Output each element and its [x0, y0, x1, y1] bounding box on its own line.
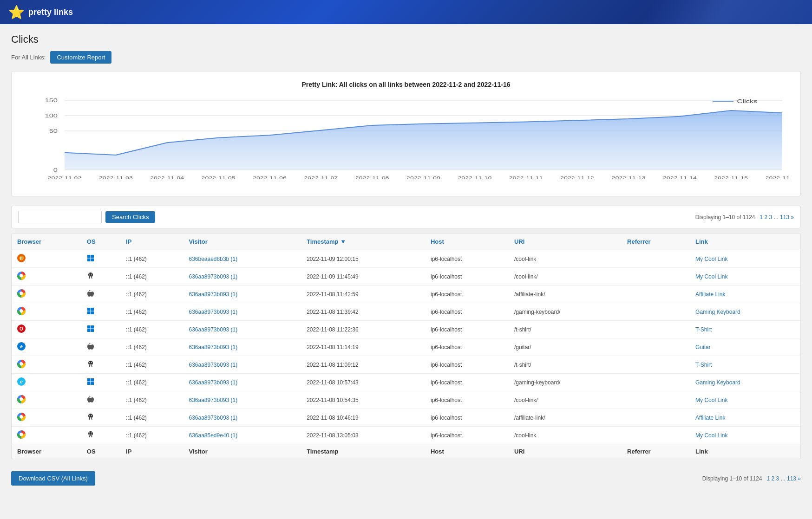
cell-visitor-6[interactable]: 636aa8973b093 (1) [183, 356, 301, 374]
svg-text:O: O [20, 326, 23, 331]
cell-os-5 [81, 338, 120, 356]
cell-os-9 [81, 409, 120, 427]
cell-link-3[interactable]: Gaming Keyboard [690, 303, 800, 321]
cell-link-9[interactable]: Affiliate Link [690, 409, 800, 427]
cell-uri-0: /cool-link [509, 250, 622, 268]
cell-ip-1: ::1 (462) [120, 268, 183, 285]
svg-text:2022-11-04: 2022-11-04 [150, 175, 184, 180]
svg-rect-31 [91, 259, 94, 262]
svg-rect-46 [91, 311, 94, 315]
page-link-2-bottom[interactable]: 2 [772, 475, 775, 482]
page-ellipsis-bottom: ... [781, 475, 787, 482]
svg-rect-44 [91, 308, 94, 311]
cell-timestamp-3: 2022-11-08 11:39:42 [301, 303, 425, 321]
table-row: ::1 (462) 636aa85ed9e40 (1) 2022-11-08 1… [12, 427, 800, 444]
th-timestamp[interactable]: Timestamp ▼ [301, 234, 425, 250]
cell-uri-9: /affiliate-link/ [509, 409, 622, 427]
th-browser[interactable]: Browser [12, 234, 81, 250]
customize-report-button[interactable]: Customize Report [50, 51, 111, 64]
search-input[interactable] [18, 211, 102, 223]
chart-title: Pretty Link: All clicks on all links bet… [23, 81, 789, 88]
chart-svg: 150 100 50 0 [23, 96, 789, 188]
th-visitor[interactable]: Visitor [183, 234, 301, 250]
cell-link-5[interactable]: Guitar [690, 338, 800, 356]
table-row: ff ::1 (462) 636beaaed8b3b (1) 2022-11-0… [12, 250, 800, 268]
table-row: O ::1 (462) 636aa8973b093 (1) 2022-11-08… [12, 321, 800, 338]
search-clicks-button[interactable]: Search Clicks [105, 211, 155, 223]
svg-text:2022-11-03: 2022-11-03 [99, 175, 133, 180]
cell-link-1[interactable]: My Cool Link [690, 268, 800, 285]
cell-visitor-1[interactable]: 636aa8973b093 (1) [183, 268, 301, 285]
page-link-1-top[interactable]: 1 [760, 214, 763, 221]
header: ⭐ pretty links [0, 0, 812, 24]
cell-ip-10: ::1 (462) [120, 427, 183, 444]
cell-link-2[interactable]: Affiliate Link [690, 285, 800, 303]
cell-visitor-7[interactable]: 636aa8973b093 (1) [183, 374, 301, 391]
svg-text:100: 100 [45, 113, 58, 119]
cell-visitor-0[interactable]: 636beaaed8b3b (1) [183, 250, 301, 268]
tf-referrer: Referrer [622, 444, 690, 459]
svg-rect-64 [87, 378, 91, 382]
tf-host: Host [425, 444, 509, 459]
cell-link-0[interactable]: My Cool Link [690, 250, 800, 268]
page-link-1-bottom[interactable]: 1 [767, 475, 770, 482]
svg-text:e: e [20, 344, 23, 349]
cell-referrer-6 [622, 356, 690, 374]
cell-visitor-9[interactable]: 636aa8973b093 (1) [183, 409, 301, 427]
svg-text:2022-11-16: 2022-11-16 [766, 175, 789, 180]
cell-os-0 [81, 250, 120, 268]
th-uri[interactable]: URI [509, 234, 622, 250]
logo[interactable]: ⭐ pretty links [8, 5, 73, 20]
cell-uri-2: /affiliate-link/ [509, 285, 622, 303]
th-ip[interactable]: IP [120, 234, 183, 250]
cell-os-4 [81, 321, 120, 338]
svg-point-80 [89, 433, 90, 434]
cell-uri-7: /gaming-keyboard/ [509, 374, 622, 391]
th-referrer[interactable]: Referrer [622, 234, 690, 250]
for-all-links-label: For All Links: [11, 54, 46, 61]
displaying-info-bottom: Displaying 1–10 of 1124 1 2 3 ... 113 » [702, 475, 801, 482]
page-link-3-top[interactable]: 3 [769, 214, 773, 221]
cell-visitor-2[interactable]: 636aa8973b093 (1) [183, 285, 301, 303]
cell-timestamp-8: 2022-11-08 10:54:35 [301, 391, 425, 409]
cell-browser-1 [12, 268, 81, 285]
cell-link-6[interactable]: T-Shirt [690, 356, 800, 374]
search-left: Search Clicks [18, 211, 155, 223]
svg-line-75 [89, 418, 90, 420]
tf-os: OS [81, 444, 120, 459]
th-host[interactable]: Host [425, 234, 509, 250]
cell-uri-1: /cool-link/ [509, 268, 622, 285]
svg-line-61 [92, 365, 92, 367]
cell-os-3 [81, 303, 120, 321]
page-link-113-bottom[interactable]: 113 » [787, 475, 801, 482]
cell-visitor-3[interactable]: 636aa8973b093 (1) [183, 303, 301, 321]
cell-uri-5: /guitar/ [509, 338, 622, 356]
cell-link-10[interactable]: My Cool Link [690, 427, 800, 444]
cell-visitor-4[interactable]: 636aa8973b093 (1) [183, 321, 301, 338]
page-link-3-bottom[interactable]: 3 [776, 475, 779, 482]
cell-link-7[interactable]: Gaming Keyboard [690, 374, 800, 391]
th-link[interactable]: Link [690, 234, 800, 250]
table-row: ::1 (462) 636aa8973b093 (1) 2022-11-08 1… [12, 391, 800, 409]
table-row: ::1 (462) 636aa8973b093 (1) 2022-11-08 1… [12, 303, 800, 321]
page-link-2-top[interactable]: 2 [765, 214, 768, 221]
cell-host-10: ip6-localhost [425, 427, 509, 444]
th-os[interactable]: OS [81, 234, 120, 250]
download-csv-button[interactable]: Download CSV (All Links) [11, 471, 95, 486]
svg-rect-51 [87, 329, 91, 332]
page-link-113-top[interactable]: 113 » [780, 214, 794, 221]
cell-link-8[interactable]: My Cool Link [690, 391, 800, 409]
page-title: Clicks [11, 33, 801, 45]
cell-ip-6: ::1 (462) [120, 356, 183, 374]
cell-visitor-10[interactable]: 636aa85ed9e40 (1) [183, 427, 301, 444]
svg-text:2022-11-15: 2022-11-15 [714, 175, 748, 180]
table-row: ::1 (462) 636aa8973b093 (1) 2022-11-09 1… [12, 268, 800, 285]
cell-visitor-5[interactable]: 636aa8973b093 (1) [183, 338, 301, 356]
cell-referrer-4 [622, 321, 690, 338]
svg-text:2022-11-09: 2022-11-09 [406, 175, 440, 180]
svg-point-73 [89, 415, 90, 416]
svg-line-38 [92, 277, 92, 279]
cell-visitor-8[interactable]: 636aa8973b093 (1) [183, 391, 301, 409]
svg-text:ff: ff [20, 256, 23, 261]
cell-link-4[interactable]: T-Shirt [690, 321, 800, 338]
